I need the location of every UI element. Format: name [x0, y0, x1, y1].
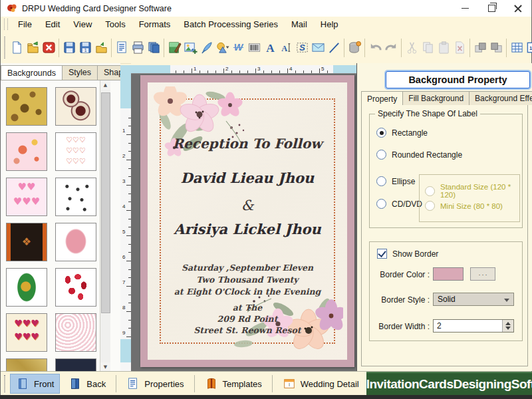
- border-width-spinner[interactable]: 2: [433, 319, 514, 332]
- zoom-actual-button[interactable]: 1:1: [525, 38, 532, 58]
- text-tool-small-button[interactable]: A: [279, 38, 293, 58]
- pen-tool-button[interactable]: [199, 38, 213, 58]
- signature-tool-button[interactable]: S: [295, 38, 309, 58]
- export-file-button[interactable]: [94, 38, 108, 58]
- menu-grip[interactable]: [4, 19, 8, 29]
- back-button[interactable]: Back: [63, 374, 112, 394]
- card-title-text[interactable]: Reception To Follow: [148, 136, 347, 152]
- cut-button[interactable]: [404, 38, 419, 58]
- properties-button[interactable]: Properties: [120, 374, 190, 394]
- decorated-hearts-background-thumbnail[interactable]: [6, 313, 47, 352]
- print-button[interactable]: [130, 38, 145, 58]
- radio-cd-dvd[interactable]: CD/DVD: [376, 199, 422, 209]
- navy-love-background-thumbnail[interactable]: [55, 358, 96, 372]
- wedding-couple-figures-background-thumbnail[interactable]: [55, 178, 96, 216]
- card-date-text[interactable]: Saturday ,September ElevenTwo Thousand T…: [148, 262, 347, 298]
- card-ampersand[interactable]: &: [148, 198, 347, 213]
- card-venue-text[interactable]: at The209 Rd PointStreet St. Reown Resot: [148, 302, 347, 336]
- copy-button[interactable]: [420, 38, 435, 58]
- spin-down-icon: [505, 327, 511, 330]
- backgrounds-panel: BackgroundsStylesShapes ▲ ▼: [1, 63, 120, 371]
- radio-rectangle[interactable]: Rectangle: [376, 128, 428, 138]
- show-border-checkbox[interactable]: [377, 249, 387, 259]
- send-backward-button[interactable]: [489, 38, 503, 58]
- page-notes-button[interactable]: [114, 38, 129, 58]
- tab-backgrounds[interactable]: Backgrounds: [1, 65, 63, 80]
- templates-button[interactable]: Templates: [199, 374, 268, 394]
- pink-lace-background-thumbnail[interactable]: [55, 313, 96, 352]
- new-document-button[interactable]: [9, 38, 24, 58]
- wedding-detail-button[interactable]: IWedding Detail: [277, 374, 365, 394]
- tab-background-effects[interactable]: Background Effects: [469, 91, 532, 105]
- delete-button[interactable]: [452, 38, 467, 58]
- background-property-header[interactable]: Background Property: [386, 71, 530, 88]
- menu-file[interactable]: File: [11, 19, 39, 29]
- radio-rounded-rectangle[interactable]: Rounded Rectangle: [376, 150, 462, 160]
- properties-icon: [126, 377, 140, 390]
- spinner-buttons[interactable]: [502, 320, 513, 332]
- menu-edit[interactable]: Edit: [39, 19, 66, 29]
- close-button[interactable]: [505, 0, 531, 17]
- toolbar-grip[interactable]: [4, 37, 5, 59]
- database-tool-button[interactable]: [347, 38, 362, 58]
- redo-button[interactable]: [384, 38, 398, 58]
- v-ruler-label: 9: [122, 330, 125, 336]
- gold-glitter-background-thumbnail[interactable]: [6, 358, 47, 372]
- scroll-down-icon[interactable]: ▼: [100, 362, 110, 372]
- minimize-button[interactable]: [452, 0, 478, 17]
- edit-image-button[interactable]: [167, 38, 182, 58]
- border-color-swatch[interactable]: [433, 267, 464, 281]
- tab-fill-background[interactable]: Fill Background: [402, 91, 469, 105]
- paisley-lace-background-thumbnail[interactable]: [55, 87, 96, 126]
- svg-text:1:1: 1:1: [529, 45, 532, 51]
- pink-flower-pattern-background-thumbnail[interactable]: [6, 132, 47, 171]
- border-style-select[interactable]: Solid: [433, 293, 514, 306]
- save-as-button[interactable]: 1: [78, 38, 92, 58]
- add-image-button[interactable]: [183, 38, 198, 58]
- border-color-picker-button[interactable]: . . .: [470, 267, 495, 281]
- menu-view[interactable]: View: [66, 19, 98, 29]
- open-file-button[interactable]: [25, 38, 40, 58]
- menu-mail[interactable]: Mail: [285, 19, 314, 29]
- border-color-label: Border Color :: [370, 270, 430, 279]
- rose-petals-background-thumbnail[interactable]: [55, 268, 96, 307]
- chevron-down-icon: [504, 299, 509, 302]
- menu-batch-processing-series[interactable]: Batch Processing Series: [177, 19, 285, 29]
- scroll-up-icon[interactable]: ▲: [100, 80, 110, 90]
- tab-property[interactable]: Property: [361, 91, 403, 105]
- scrollbar-thumb[interactable]: [101, 92, 110, 313]
- card-bride-name[interactable]: Arisiya Lickel Jhou: [148, 221, 347, 237]
- menu-tools[interactable]: Tools: [98, 19, 132, 29]
- paste-button[interactable]: [436, 38, 451, 58]
- copy-pages-button[interactable]: [146, 38, 161, 58]
- save-button[interactable]: [62, 38, 76, 58]
- v-ruler-label: 5: [122, 229, 125, 235]
- heart-outlines-background-thumbnail[interactable]: [55, 132, 96, 171]
- grid-view-button[interactable]: [509, 38, 524, 58]
- mail-tool-button[interactable]: [311, 38, 325, 58]
- front-button[interactable]: Front: [10, 374, 60, 394]
- pink-heart-balloons-background-thumbnail[interactable]: [6, 178, 47, 216]
- bottom-grip[interactable]: [4, 375, 5, 392]
- menu-formats[interactable]: Formats: [132, 19, 178, 29]
- wedding-card[interactable]: Reception To Follow David Lieau Jhou & A…: [140, 75, 354, 367]
- text-tool-large-button[interactable]: A: [263, 38, 277, 58]
- radio-ellipse[interactable]: Ellipse: [376, 176, 415, 186]
- tab-styles[interactable]: Styles: [62, 65, 98, 80]
- restore-button[interactable]: [478, 0, 505, 17]
- shapes-tool-button[interactable]: [215, 38, 229, 58]
- menu-help[interactable]: Help: [314, 19, 345, 29]
- undo-button[interactable]: [368, 38, 382, 58]
- orange-tribal-elephant-background-thumbnail[interactable]: [6, 223, 47, 261]
- thumbnail-scrollbar[interactable]: ▲ ▼: [100, 80, 110, 372]
- henna-leaf-elephant-background-thumbnail[interactable]: [6, 268, 47, 307]
- line-tool-button[interactable]: [327, 38, 341, 58]
- page-notes-icon: [115, 41, 129, 55]
- bring-forward-button[interactable]: [473, 38, 487, 58]
- card-groom-name[interactable]: David Lieau Jhou: [148, 170, 347, 186]
- close-file-button[interactable]: [41, 38, 56, 58]
- watermark-tool-button[interactable]: W: [231, 38, 245, 58]
- gold-floral-background-thumbnail[interactable]: [6, 87, 47, 126]
- pink-elephant-background-thumbnail[interactable]: [55, 223, 96, 261]
- barcode-tool-button[interactable]: [247, 38, 261, 58]
